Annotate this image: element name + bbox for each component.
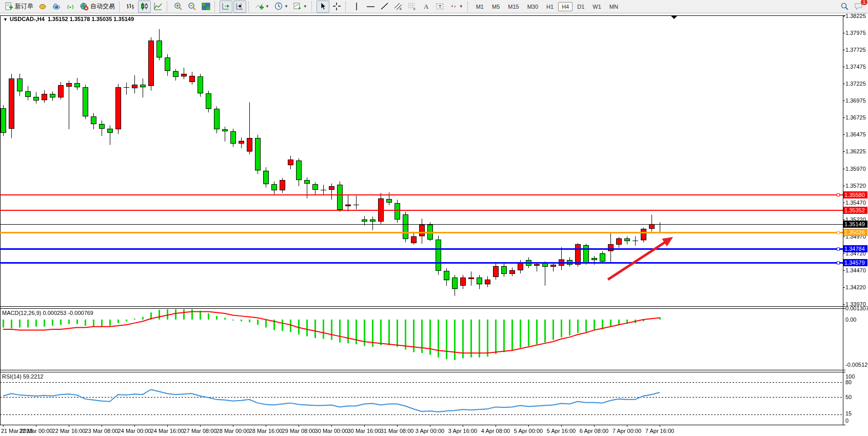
chevron-down-icon[interactable]: ▼ bbox=[3, 17, 8, 22]
svg-text:E: E bbox=[400, 7, 402, 10]
chart-canvas[interactable] bbox=[0, 13, 868, 436]
resistance-2-price-badge: 1.35352 bbox=[843, 207, 867, 214]
timeframe-h4-button[interactable]: H4 bbox=[558, 2, 573, 11]
svg-text:T: T bbox=[439, 4, 442, 9]
chart-title[interactable]: ▼USDCAD-,H4 1.35152 1.35178 1.35035 1.35… bbox=[3, 16, 134, 22]
rsi-axis-tick: 15 bbox=[845, 410, 852, 417]
cursor-button[interactable] bbox=[317, 1, 329, 13]
macd-indicator-label: MACD(12,26,9) 0.000253 -0.000769 bbox=[2, 310, 93, 316]
chart-profile-icon[interactable] bbox=[36, 1, 49, 13]
indicators-icon bbox=[255, 2, 264, 11]
current-price-price-badge: 1.35149 bbox=[843, 221, 867, 228]
price-axis-tick: 1.36475 bbox=[845, 131, 866, 137]
bar-chart-button[interactable] bbox=[124, 1, 137, 13]
periods-icon bbox=[274, 2, 283, 11]
templates-icon bbox=[293, 2, 302, 11]
chart-profile-icon-icon bbox=[38, 2, 47, 11]
timeframe-m30-button[interactable]: M30 bbox=[524, 2, 542, 11]
chart-shift-icon bbox=[235, 2, 244, 11]
time-axis-label: 4 Apr 08:00 bbox=[481, 428, 510, 434]
time-axis-label: 7 Apr 00:00 bbox=[613, 428, 641, 434]
arrows-icon bbox=[449, 2, 458, 11]
price-axis-tick: 1.37225 bbox=[845, 81, 866, 87]
timeframe-m1-button[interactable]: M1 bbox=[472, 2, 487, 11]
svg-text:F: F bbox=[413, 8, 416, 11]
bar-chart-icon bbox=[126, 2, 135, 11]
templates-button[interactable]: ▼ bbox=[291, 1, 309, 13]
macd-axis-tick: 0.001307 bbox=[845, 305, 868, 311]
text-button[interactable]: A bbox=[420, 1, 432, 13]
notifications-button[interactable]: 1 bbox=[852, 1, 865, 13]
line-chart-button[interactable] bbox=[152, 1, 165, 13]
timeframe-mn-button[interactable]: MN bbox=[606, 2, 622, 11]
price-axis-tick: 1.35970 bbox=[845, 166, 866, 172]
chevron-down-icon[interactable]: ▼ bbox=[284, 4, 288, 9]
price-axis-tick: 1.37725 bbox=[845, 47, 866, 53]
time-axis-label: 23 Mar 08:00 bbox=[85, 428, 119, 434]
timeframe-m15-button[interactable]: M15 bbox=[504, 2, 522, 11]
tile-windows-icon bbox=[202, 2, 210, 11]
rsi-axis-tick: 0 bbox=[845, 418, 849, 424]
support-1-price-badge: 1.34784 bbox=[843, 245, 867, 252]
chevron-down-icon[interactable]: ▼ bbox=[459, 4, 463, 9]
line-chart-icon bbox=[154, 2, 163, 11]
candlestick-button[interactable] bbox=[138, 1, 151, 13]
toolbar-separator bbox=[167, 2, 170, 12]
price-axis-tick: 1.37475 bbox=[845, 64, 866, 70]
macd-axis-tick: -0.005123 bbox=[845, 362, 868, 368]
fibonacci-button[interactable]: F bbox=[406, 1, 419, 13]
time-axis-label: 28 Mar 00:00 bbox=[216, 428, 250, 434]
price-axis-tick: 1.35720 bbox=[845, 183, 866, 189]
chevron-down-icon[interactable]: ▼ bbox=[265, 4, 269, 9]
signals-icon[interactable] bbox=[64, 1, 77, 13]
toolbar-separator bbox=[119, 2, 122, 12]
zoom-in-icon bbox=[174, 2, 183, 11]
time-axis-label: 5 Apr 16:00 bbox=[547, 428, 576, 434]
rsi-name: RSI(14) bbox=[2, 373, 22, 380]
price-axis-tick: 1.36975 bbox=[845, 97, 866, 104]
zoom-out-button[interactable] bbox=[186, 1, 199, 13]
publisher-icon[interactable] bbox=[50, 1, 63, 13]
horizontal-line-button[interactable] bbox=[364, 1, 377, 13]
signals-icon-icon bbox=[66, 2, 75, 11]
timeframe-d1-button[interactable]: D1 bbox=[574, 2, 588, 11]
search-button[interactable] bbox=[838, 1, 851, 13]
time-axis-label: 22 Mar 16:00 bbox=[52, 428, 86, 434]
macd-axis-tick: 0.00 bbox=[845, 316, 856, 323]
autotrading-icon bbox=[80, 2, 89, 11]
trendline-button[interactable] bbox=[378, 1, 391, 13]
pivot-orange-price-badge: 1.35026 bbox=[843, 229, 867, 236]
auto-scroll-button[interactable] bbox=[220, 1, 232, 13]
macd-name: MACD(12,26,9) bbox=[2, 310, 41, 316]
new-order-icon bbox=[5, 2, 13, 11]
chart-shift-button[interactable] bbox=[233, 1, 246, 13]
timeframe-m5-button[interactable]: M5 bbox=[488, 2, 503, 11]
toolbar-separator bbox=[248, 2, 251, 12]
resistance-1-price-badge: 1.35580 bbox=[843, 191, 867, 199]
vertical-line-button[interactable] bbox=[350, 1, 363, 13]
support-2-price-badge: 1.34579 bbox=[843, 259, 867, 266]
crosshair-button[interactable] bbox=[330, 1, 343, 13]
autotrading-button[interactable]: 自动交易 bbox=[78, 1, 117, 13]
timeframe-h1-button[interactable]: H1 bbox=[543, 2, 557, 11]
periods-button[interactable]: ▼ bbox=[272, 1, 290, 13]
label-button[interactable]: T bbox=[433, 1, 446, 13]
rsi-indicator-label: RSI(14) 59.2212 bbox=[2, 373, 44, 380]
chart-ohlc-values: 1.35152 1.35178 1.35035 1.35149 bbox=[48, 16, 134, 22]
publisher-icon-icon bbox=[52, 2, 61, 11]
tile-windows-button[interactable] bbox=[200, 1, 212, 13]
timeframe-w1-button[interactable]: W1 bbox=[589, 2, 605, 11]
zoom-in-button[interactable] bbox=[172, 1, 185, 13]
new-order-button[interactable]: 新订单 bbox=[3, 1, 35, 13]
channel-button[interactable]: E bbox=[392, 1, 405, 13]
chevron-down-icon[interactable]: ▼ bbox=[303, 4, 307, 9]
price-axis-tick: 1.37975 bbox=[845, 30, 866, 36]
time-axis-label: 3 Apr 00:00 bbox=[416, 428, 444, 434]
time-axis-label: 29 Mar 08:00 bbox=[282, 428, 315, 434]
time-axis-label: 7 Apr 16:00 bbox=[645, 428, 674, 434]
indicators-button[interactable]: ▼ bbox=[253, 1, 271, 13]
chart-window: ▼USDCAD-,H4 1.35152 1.35178 1.35035 1.35… bbox=[0, 13, 868, 436]
arrows-button[interactable]: ▼ bbox=[447, 1, 465, 13]
auto-scroll-icon bbox=[222, 2, 230, 11]
price-axis-tick: 1.36725 bbox=[845, 114, 866, 121]
